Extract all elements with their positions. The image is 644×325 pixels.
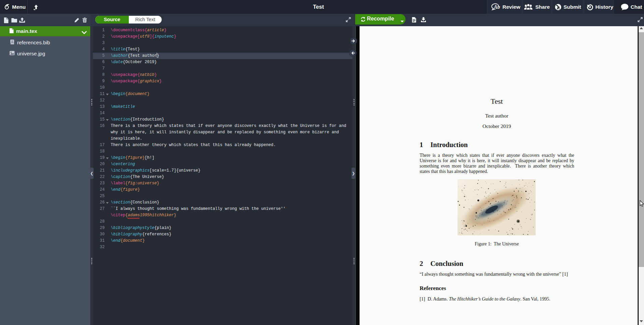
svg-text:Ab: Ab <box>493 4 500 10</box>
